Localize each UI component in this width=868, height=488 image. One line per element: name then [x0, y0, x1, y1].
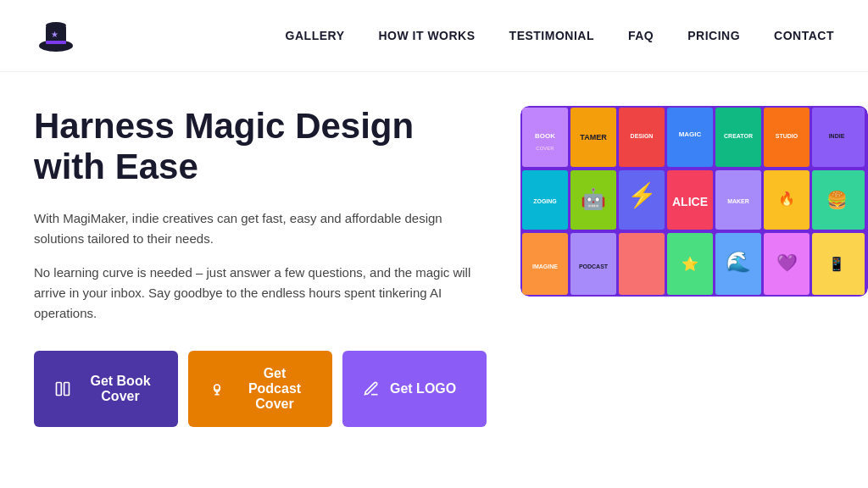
svg-text:IMAGINE: IMAGINE: [532, 263, 558, 269]
podcast-icon: [207, 379, 227, 399]
hero-title: Harness Magic Design with Ease: [34, 106, 487, 188]
book-button-label: Get Book Cover: [81, 374, 159, 404]
svg-text:🔥: 🔥: [778, 191, 795, 207]
book-icon: [53, 379, 73, 399]
svg-text:DESIGN: DESIGN: [631, 133, 654, 139]
svg-rect-3: [46, 41, 66, 44]
hero-desc-1: With MagiMaker, indie creatives can get …: [34, 208, 487, 249]
left-panel: Harness Magic Design with Ease With Magi…: [34, 106, 487, 427]
svg-point-2: [46, 22, 66, 29]
svg-text:ZOGING: ZOGING: [533, 198, 557, 204]
svg-text:MAKER: MAKER: [727, 198, 749, 204]
get-book-cover-button[interactable]: Get Book Cover: [34, 351, 178, 427]
svg-text:⭐: ⭐: [682, 256, 698, 272]
main-content: Harness Magic Design with Ease With Magi…: [0, 72, 868, 427]
nav-gallery[interactable]: GALLERY: [286, 29, 345, 42]
get-logo-button[interactable]: Get LOGO: [342, 351, 487, 427]
svg-text:PODCAST: PODCAST: [579, 263, 609, 269]
nav-pricing[interactable]: PRICING: [687, 29, 740, 42]
logo[interactable]: ★: [34, 14, 78, 58]
cta-buttons: Get Book Cover Get Podcast Cover: [34, 351, 487, 427]
svg-text:TAMER: TAMER: [580, 133, 607, 141]
svg-text:MAGIC: MAGIC: [679, 130, 702, 138]
nav-contact[interactable]: CONTACT: [774, 29, 834, 42]
svg-text:ALICE: ALICE: [672, 195, 708, 208]
collage-image: BOOK COVER TAMER DESIGN MAGIC ⚡ ALICE 🤖 …: [520, 106, 868, 297]
navbar: ★ GALLERY HOW IT WORKS TESTIMONIAL FAQ P…: [0, 0, 868, 72]
svg-text:🤖: 🤖: [581, 186, 606, 211]
svg-text:INDIE: INDIE: [829, 133, 845, 139]
svg-text:⚡: ⚡: [627, 181, 657, 209]
svg-text:★: ★: [51, 30, 58, 39]
svg-text:COVER: COVER: [536, 146, 554, 151]
pencil-icon: [361, 379, 381, 399]
svg-text:STUDIO: STUDIO: [776, 133, 798, 139]
podcast-button-label: Get Podcast Cover: [236, 366, 314, 412]
nav-testimonial[interactable]: TESTIMONIAL: [509, 29, 594, 42]
logo-button-label: Get LOGO: [390, 381, 456, 396]
svg-text:🍔: 🍔: [826, 190, 848, 210]
svg-rect-28: [619, 233, 665, 295]
svg-text:BOOK: BOOK: [535, 132, 555, 140]
nav-links: GALLERY HOW IT WORKS TESTIMONIAL FAQ PRI…: [286, 28, 834, 43]
svg-text:CREATOR: CREATOR: [724, 133, 753, 139]
nav-faq[interactable]: FAQ: [628, 29, 654, 42]
svg-rect-6: [64, 382, 70, 395]
svg-text:💜: 💜: [776, 252, 798, 273]
svg-text:🌊: 🌊: [726, 249, 751, 274]
nav-how-it-works[interactable]: HOW IT WORKS: [378, 29, 475, 42]
svg-text:📱: 📱: [828, 256, 845, 272]
svg-rect-5: [57, 382, 62, 395]
hero-desc-2: No learning curve is needed – just answe…: [34, 263, 487, 324]
right-panel: BOOK COVER TAMER DESIGN MAGIC ⚡ ALICE 🤖 …: [520, 106, 868, 300]
get-podcast-cover-button[interactable]: Get Podcast Cover: [188, 351, 332, 427]
